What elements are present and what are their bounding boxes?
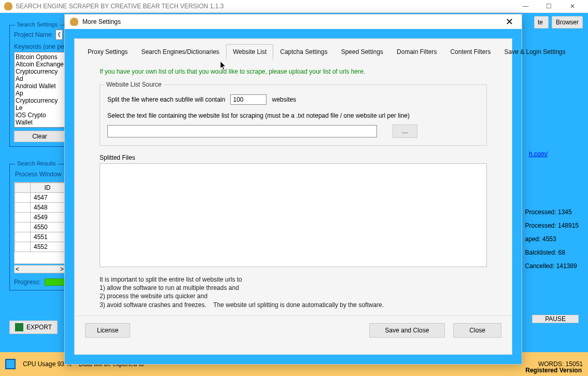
intro-text: If you have your own list of urls that y… xyxy=(75,60,512,79)
search-results-group: Search Results Process Window ID 4547 45… xyxy=(9,164,70,290)
window-titlebar: SEARCH ENGINE SCRAPER BY CREATIVE BEAR T… xyxy=(0,0,588,13)
table-row: 4552 xyxy=(31,242,65,252)
project-name-label: Project Name: xyxy=(14,31,53,38)
process-window-label: Process Window xyxy=(15,171,65,178)
project-name-field[interactable] xyxy=(55,30,63,40)
keywords-list[interactable]: Bitcoin Options Altcoin Exchange Cryptoc… xyxy=(14,52,65,128)
keywords-label: Keywords (one pe xyxy=(14,43,65,50)
pause-button[interactable]: PAUSE xyxy=(532,315,579,323)
bear-icon xyxy=(4,2,12,10)
split-label: Split the file where each subfile will c… xyxy=(107,96,225,103)
browse-button[interactable]: … xyxy=(393,124,417,138)
maximize-button[interactable]: ☐ xyxy=(537,0,561,12)
excel-icon xyxy=(15,323,23,331)
app-title: SEARCH ENGINE SCRAPER BY CREATIVE BEAR T… xyxy=(16,3,223,10)
close-button[interactable]: Close xyxy=(453,323,501,338)
tab-proxy[interactable]: Proxy Settings xyxy=(81,44,134,60)
split-count-field[interactable] xyxy=(230,94,267,105)
license-button[interactable]: License xyxy=(85,323,130,338)
website-list-path-field[interactable] xyxy=(107,125,377,137)
dialog-title: More Settings xyxy=(82,18,121,25)
list-item: Altcoin Exchange xyxy=(16,61,64,68)
splitted-files-label: Splitted Files xyxy=(75,151,512,161)
list-item: Cryptocurrency Bl xyxy=(16,126,64,128)
dialog-footer: License Save and Close Close xyxy=(75,315,512,345)
browser-button[interactable]: Browser xyxy=(552,16,583,29)
search-settings-legend: Search Settings xyxy=(15,21,60,27)
list-item: Cryptocurrency Ad xyxy=(16,68,64,82)
list-item: Cryptocurrency Le xyxy=(16,97,64,112)
dialog-close-button[interactable]: ✕ xyxy=(502,15,516,29)
tab-captcha[interactable]: Captcha Settings xyxy=(273,44,334,60)
export-button[interactable]: EXPORT xyxy=(9,321,58,334)
table-row: 4550 xyxy=(31,222,65,232)
split-suffix: websites xyxy=(272,96,296,103)
splitted-files-box[interactable] xyxy=(100,163,487,267)
tab-domain-filters[interactable]: Domain Filters xyxy=(390,44,443,60)
cpu-icon xyxy=(5,359,16,369)
tab-content-filters[interactable]: Content Filters xyxy=(443,44,497,60)
stat-processed-1: Processed: 1345 xyxy=(525,208,579,216)
results-table[interactable]: ID 4547 4548 4549 4550 4551 4552 xyxy=(14,182,65,264)
tab-save-login[interactable]: Save & Login Settings xyxy=(497,44,572,60)
progress-label: Progress: xyxy=(14,278,40,286)
table-row: 4551 xyxy=(31,232,65,242)
list-item: Android Wallet Ap xyxy=(16,82,64,97)
table-row: 4549 xyxy=(31,213,65,222)
minimize-button[interactable]: — xyxy=(514,0,537,12)
tab-website-list[interactable]: Website List xyxy=(226,44,273,60)
select-file-label: Select the text file containing the webs… xyxy=(107,112,479,119)
tab-engines[interactable]: Search Engines/Dictionaries xyxy=(134,44,226,60)
table-row: 4548 xyxy=(31,203,65,213)
horizontal-scrollbar[interactable]: <> xyxy=(14,265,65,273)
group-legend: Website List Source xyxy=(104,81,164,88)
search-settings-group: Search Settings Project Name: Keywords (… xyxy=(9,25,70,147)
save-close-button[interactable]: Save and Close xyxy=(369,323,445,338)
stat-scraped: aped: 4553 xyxy=(525,235,579,243)
side-link[interactable]: h.com/ xyxy=(529,150,548,158)
website-list-source-group: Website List Source Split the file where… xyxy=(100,85,487,146)
progress-bar xyxy=(45,278,65,286)
note-text: It is important to split the entire list… xyxy=(75,272,512,315)
list-item: Bitcoin Options xyxy=(16,53,64,61)
dialog-titlebar: More Settings ✕ xyxy=(65,15,522,29)
table-row: 4547 xyxy=(31,193,65,203)
close-button[interactable]: ✕ xyxy=(561,0,584,12)
list-item: iOS Crypto Wallet xyxy=(16,112,64,126)
stats: Processed: 1345 Processed: 148915 aped: … xyxy=(525,208,579,270)
registered-label: Registered Version xyxy=(525,367,582,374)
tab-strip: Proxy Settings Search Engines/Dictionari… xyxy=(75,39,512,60)
id-header: ID xyxy=(31,183,65,193)
more-settings-dialog: More Settings ✕ Proxy Settings Search En… xyxy=(64,14,522,365)
stat-blacklisted: Balcklisted: 68 xyxy=(525,249,579,256)
search-results-legend: Search Results xyxy=(15,160,58,166)
tab-speed[interactable]: Speed Settings xyxy=(334,44,390,60)
stat-processed-2: Processed: 148915 xyxy=(525,222,579,229)
partial-button[interactable]: te xyxy=(534,16,549,29)
stat-cancelled: Cancelled: 141389 xyxy=(525,262,579,270)
clear-button[interactable]: Clear xyxy=(14,131,65,142)
bear-icon xyxy=(70,18,78,26)
